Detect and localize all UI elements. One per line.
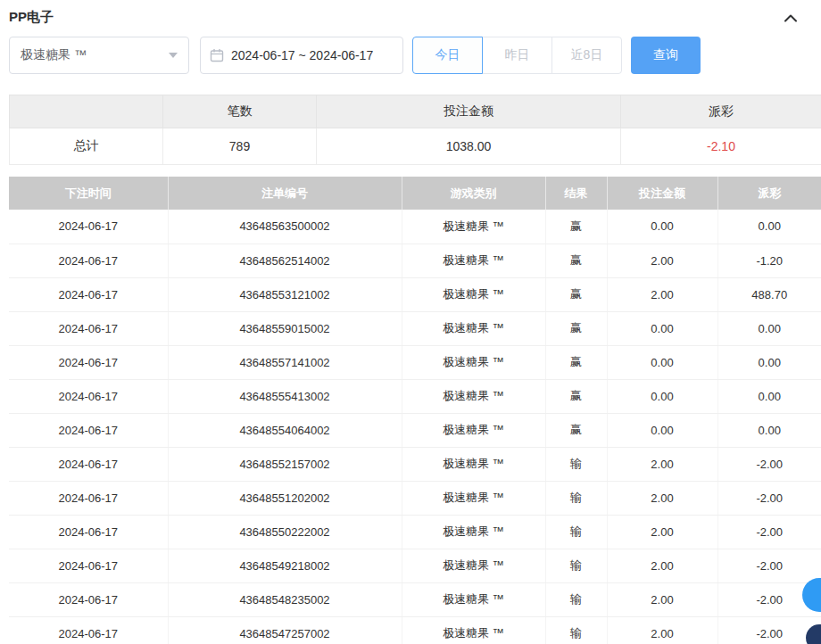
cell-bet: 0.00 (607, 413, 717, 447)
summary-payout-value: -2.10 (621, 128, 821, 165)
quick-filter-button-1[interactable]: 昨日 (482, 37, 552, 74)
cell-time: 2024-06-17 (9, 413, 168, 447)
bet-table-header-row: 下注时间 注单编号 游戏类别 结果 投注金额 派彩 (9, 177, 821, 210)
quick-filter-button-0[interactable]: 今日 (412, 37, 483, 74)
quick-filter-group: 今日昨日近8日 (412, 37, 622, 74)
cell-bet: 2.00 (607, 277, 717, 311)
date-range-input[interactable]: 2024-06-17 ~ 2024-06-17 (200, 37, 403, 74)
table-row: 2024-06-1743648554064002极速糖果 ™赢0.000.00 (9, 413, 821, 447)
cell-game: 极速糖果 ™ (402, 413, 545, 447)
bet-table-body: 2024-06-1743648563500002极速糖果 ™赢0.000.002… (9, 210, 821, 644)
cell-game: 极速糖果 ™ (402, 582, 545, 616)
summary-header-count: 笔数 (163, 95, 317, 128)
cell-order_no: 43648549218002 (168, 549, 402, 582)
cell-game: 极速糖果 ™ (402, 244, 545, 277)
table-row: 2024-06-1743648547257002极速糖果 ™输2.00-2.00 (9, 616, 821, 644)
cell-time: 2024-06-17 (9, 244, 168, 277)
cell-bet: 2.00 (607, 447, 717, 481)
cell-result: 赢 (545, 244, 607, 277)
table-row: 2024-06-1743648557141002极速糖果 ™赢0.000.00 (9, 345, 821, 379)
summary-header-row: 笔数 投注金额 派彩 (10, 95, 821, 128)
table-row: 2024-06-1743648563500002极速糖果 ™赢0.000.00 (9, 210, 821, 244)
summary-count-value: 789 (163, 128, 317, 165)
cell-payout: -2.00 (717, 549, 821, 582)
cell-game: 极速糖果 ™ (402, 515, 545, 549)
calendar-icon (210, 48, 224, 62)
cell-time: 2024-06-17 (9, 616, 168, 644)
cell-result: 输 (545, 447, 607, 481)
table-row: 2024-06-1743648549218002极速糖果 ™输2.00-2.00 (9, 549, 821, 582)
cell-result: 输 (545, 582, 607, 616)
summary-header-empty (10, 95, 163, 128)
cell-order_no: 43648557141002 (168, 345, 402, 379)
chevron-down-icon (169, 53, 178, 58)
cell-result: 输 (545, 481, 607, 515)
cell-time: 2024-06-17 (9, 210, 168, 244)
game-select-value: 极速糖果 ™ (21, 47, 87, 63)
cell-game: 极速糖果 ™ (402, 210, 545, 244)
cell-game: 极速糖果 ™ (402, 345, 545, 379)
cell-time: 2024-06-17 (9, 277, 168, 311)
summary-header-payout: 派彩 (621, 95, 821, 128)
cell-bet: 0.00 (607, 379, 717, 413)
cell-game: 极速糖果 ™ (402, 311, 545, 345)
cell-result: 赢 (545, 413, 607, 447)
cell-bet: 0.00 (607, 210, 717, 244)
cell-result: 输 (545, 616, 607, 644)
cell-payout: -1.20 (717, 244, 821, 277)
search-button[interactable]: 查询 (631, 37, 701, 74)
cell-result: 输 (545, 549, 607, 582)
summary-total-row: 总计 789 1038.00 -2.10 (10, 128, 821, 165)
table-row: 2024-06-1743648552157002极速糖果 ™输2.00-2.00 (9, 447, 821, 481)
table-row: 2024-06-1743648559015002极速糖果 ™赢0.000.00 (9, 311, 821, 345)
cell-time: 2024-06-17 (9, 345, 168, 379)
cell-result: 赢 (545, 379, 607, 413)
date-range-value: 2024-06-17 ~ 2024-06-17 (231, 48, 373, 62)
cell-bet: 2.00 (607, 515, 717, 549)
table-row: 2024-06-1743648551202002极速糖果 ™输2.00-2.00 (9, 481, 821, 515)
table-row: 2024-06-1743648555413002极速糖果 ™赢0.000.00 (9, 379, 821, 413)
game-select[interactable]: 极速糖果 ™ (9, 37, 189, 74)
cell-order_no: 43648548235002 (168, 582, 402, 616)
cell-time: 2024-06-17 (9, 515, 168, 549)
cell-game: 极速糖果 ™ (402, 549, 545, 582)
cell-bet: 2.00 (607, 244, 717, 277)
cell-payout: 488.70 (717, 277, 821, 311)
cell-order_no: 43648563500002 (168, 210, 402, 244)
cell-order_no: 43648562514002 (168, 244, 402, 277)
cell-time: 2024-06-17 (9, 549, 168, 582)
cell-game: 极速糖果 ™ (402, 379, 545, 413)
cell-bet: 2.00 (607, 616, 717, 644)
cell-payout: -2.00 (717, 515, 821, 549)
cell-bet: 2.00 (607, 582, 717, 616)
collapse-panel-button[interactable] (784, 12, 798, 23)
cell-bet: 2.00 (607, 549, 717, 582)
quick-filter-button-2[interactable]: 近8日 (551, 37, 622, 74)
summary-header-bet-amount: 投注金额 (317, 95, 621, 128)
cell-order_no: 43648547257002 (168, 616, 402, 644)
table-row: 2024-06-1743648550222002极速糖果 ™输2.00-2.00 (9, 515, 821, 549)
cell-order_no: 43648550222002 (168, 515, 402, 549)
cell-game: 极速糖果 ™ (402, 481, 545, 515)
cell-order_no: 43648552157002 (168, 447, 402, 481)
page-title: PP电子 (9, 9, 54, 26)
cell-result: 赢 (545, 277, 607, 311)
cell-time: 2024-06-17 (9, 481, 168, 515)
cell-payout: 0.00 (717, 210, 821, 244)
cell-payout: 0.00 (717, 311, 821, 345)
table-row: 2024-06-1743648548235002极速糖果 ™输2.00-2.00 (9, 582, 821, 616)
cell-order_no: 43648551202002 (168, 481, 402, 515)
cell-order_no: 43648553121002 (168, 277, 402, 311)
cell-bet: 2.00 (607, 481, 717, 515)
cell-bet: 0.00 (607, 311, 717, 345)
cell-game: 极速糖果 ™ (402, 616, 545, 644)
header-bet-time: 下注时间 (9, 177, 168, 210)
table-row: 2024-06-1743648553121002极速糖果 ™赢2.00488.7… (9, 277, 821, 311)
filter-bar: 极速糖果 ™ 2024-06-17 ~ 2024-06-17 今日昨日近8日 查… (9, 37, 821, 74)
bet-table: 下注时间 注单编号 游戏类别 结果 投注金额 派彩 2024-06-174364… (9, 177, 821, 644)
table-row: 2024-06-1743648562514002极速糖果 ™赢2.00-1.20 (9, 244, 821, 277)
header-game-type: 游戏类别 (402, 177, 545, 210)
header-bet-amount: 投注金额 (607, 177, 717, 210)
summary-total-label: 总计 (10, 128, 163, 165)
header-result: 结果 (545, 177, 607, 210)
